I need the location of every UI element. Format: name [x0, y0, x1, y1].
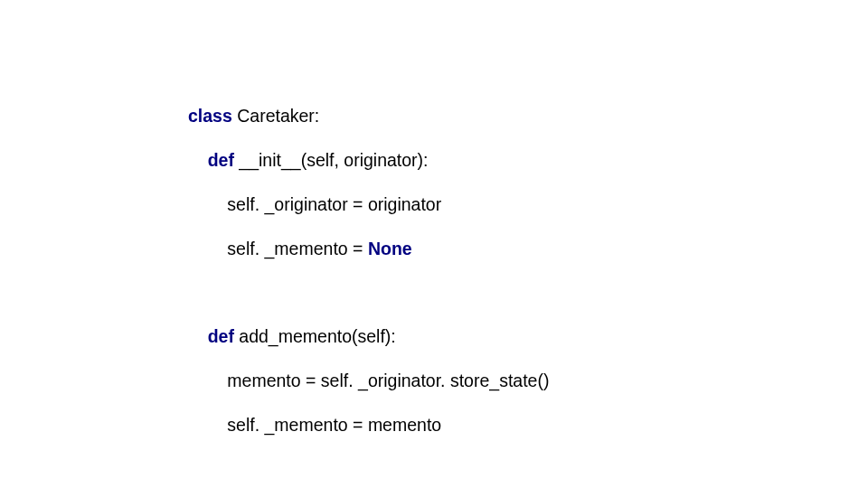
code-text: Caretaker: — [232, 106, 319, 126]
code-line-1: class Caretaker: — [188, 105, 592, 127]
code-line-2: def __init__(self, originator): — [188, 149, 592, 171]
code-text: add_memento(self): — [234, 326, 396, 346]
code-line-6: def add_memento(self): — [188, 325, 592, 347]
code-text: self. _memento = — [227, 239, 368, 258]
code-line-8: self. _memento = memento — [188, 414, 592, 436]
code-blank-2 — [188, 457, 592, 479]
code-text: self. _memento = memento — [227, 415, 441, 435]
keyword-none: None — [368, 239, 412, 258]
code-text: memento = self. _originator. store_state… — [227, 371, 549, 390]
code-line-4: self. _memento = None — [188, 238, 592, 259]
keyword-def: def — [208, 326, 234, 346]
code-line-7: memento = self. _originator. store_state… — [188, 370, 592, 391]
code-text: self. _originator = originator — [227, 194, 441, 214]
keyword-class: class — [188, 106, 232, 126]
code-blank-1 — [188, 281, 592, 303]
code-text: __init__(self, originator): — [234, 150, 429, 170]
code-block: class Caretaker: def __init__(self, orig… — [188, 83, 592, 488]
keyword-def: def — [208, 150, 234, 170]
code-line-3: self. _originator = originator — [188, 193, 592, 215]
